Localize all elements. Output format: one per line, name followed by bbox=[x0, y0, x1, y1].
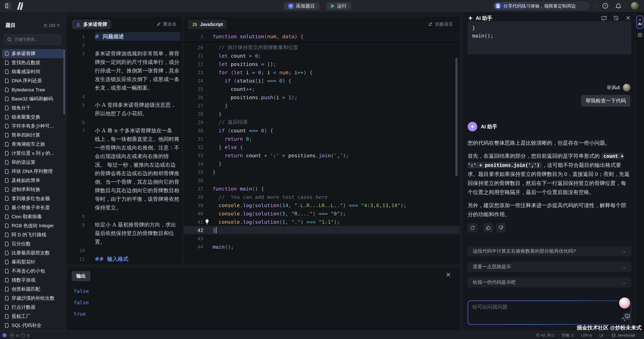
mascot-avatar[interactable] bbox=[619, 297, 630, 309]
problem-list-item[interactable]: DNA 序列还原 bbox=[2, 76, 64, 85]
close-icon[interactable]: ✕ bbox=[625, 15, 631, 21]
problem-list-item[interactable]: 简单四则计算 bbox=[2, 131, 64, 140]
errors-icon[interactable]: ✕ bbox=[10, 333, 14, 337]
problem-list-item[interactable]: 百分位数 bbox=[2, 239, 64, 248]
editor-scrollbar[interactable] bbox=[455, 58, 458, 176]
problem-list-item[interactable]: 创意标题匹配 bbox=[2, 285, 64, 294]
code-lines[interactable]: 20 // 统计保持竖立的骨牌数量和位置21 let count = 0;22 … bbox=[184, 42, 460, 251]
problem-list-item[interactable]: 青海湖租车之旅 bbox=[2, 140, 64, 149]
thumbs-up-button[interactable] bbox=[484, 223, 493, 233]
rename-button[interactable]: 重命名 bbox=[156, 21, 177, 27]
history-icon[interactable] bbox=[613, 15, 619, 21]
lightbulb-icon[interactable] bbox=[205, 219, 209, 224]
code-line[interactable]: 44main(); bbox=[184, 243, 460, 251]
problem-list-item[interactable]: 拿到最多红包金额 bbox=[2, 194, 64, 203]
problem-list-item[interactable]: 多米诺骨牌 bbox=[2, 49, 64, 58]
code-line[interactable]: 43 bbox=[184, 234, 460, 243]
problem-list-item[interactable]: 及格如此简单 bbox=[2, 176, 64, 185]
problem-list-item[interactable]: 猜数字游戏 bbox=[2, 276, 64, 285]
problem-list-item[interactable]: 打点计数器 bbox=[2, 303, 64, 312]
problem-list-item[interactable]: 蛋糕工厂 bbox=[2, 312, 64, 321]
problem-list-item[interactable]: 查找热点数据 bbox=[2, 58, 64, 67]
code-line[interactable]: 33 return count + ':' + positions.join('… bbox=[184, 151, 460, 160]
problem-list-item[interactable]: 和的逆运算 bbox=[2, 158, 64, 167]
switch-language-button[interactable]: 切换语言 bbox=[428, 21, 453, 27]
suggestion-pill[interactable]: 这段代码中计算左右被推数量的部分能再优化吗?→ bbox=[468, 246, 631, 256]
encoding[interactable]: UTF-8 bbox=[581, 333, 592, 337]
problem-list-item[interactable]: 环状 DNA 序列整理 bbox=[2, 167, 64, 176]
chat-input[interactable] bbox=[472, 304, 613, 321]
problem-list-item[interactable]: 链表聚集交换 bbox=[2, 112, 64, 122]
code-line[interactable]: 32 } else { bbox=[184, 143, 460, 151]
code-line[interactable]: 37function main() { bbox=[184, 184, 460, 193]
notifications-bell-icon[interactable] bbox=[615, 3, 621, 9]
code-line[interactable]: 38 // You can add more test cases here bbox=[184, 193, 460, 201]
code-line[interactable]: 36 bbox=[184, 176, 460, 184]
problem-list-item[interactable]: 病毒感染时间 bbox=[2, 67, 64, 76]
code-line[interactable]: 24 if (status[i] === 0) { bbox=[184, 77, 460, 85]
problem-list-item[interactable]: RGB 色值转 Integer bbox=[2, 221, 64, 230]
problem-list-item[interactable]: Base32 编码和解码 bbox=[2, 94, 64, 103]
status-indicator-icon[interactable] bbox=[3, 333, 7, 337]
code-line[interactable]: 22 let positions = []; bbox=[184, 60, 460, 68]
search-input[interactable] bbox=[14, 37, 57, 42]
language-tab[interactable]: JS JavaScript bbox=[188, 20, 227, 29]
problem-list-item[interactable]: 暴雨梨花针 bbox=[2, 257, 64, 267]
help-icon[interactable]: ? bbox=[602, 3, 608, 9]
close-output-icon[interactable]: ✕ bbox=[446, 272, 451, 278]
code-editor[interactable]: 1function solution(num, data) { 20 // 统计… bbox=[184, 31, 460, 264]
chat-input-box[interactable] bbox=[468, 300, 631, 325]
code-line[interactable]: 21 let count = 0; bbox=[184, 52, 460, 60]
code-line[interactable]: 41 console.log(solution(1, ".") === "1:1… bbox=[184, 218, 460, 226]
problem-list-item[interactable]: 猫鱼分干 bbox=[2, 103, 64, 112]
code-line[interactable]: 25 count++; bbox=[184, 85, 460, 93]
cursor-position[interactable]: 行 42, 列 1 bbox=[536, 333, 554, 338]
code-line[interactable]: 34 } bbox=[184, 160, 460, 168]
user-avatar[interactable] bbox=[631, 2, 638, 10]
search-box[interactable] bbox=[4, 34, 61, 45]
code-line[interactable]: 29 // 返回结果 bbox=[184, 118, 460, 126]
add-problem-button[interactable]: + 添加题目 bbox=[284, 2, 319, 10]
new-conversation-icon[interactable] bbox=[601, 15, 607, 21]
problem-list-item[interactable]: Bytedance Tree bbox=[2, 85, 64, 94]
description-tab[interactable]: 多米诺骨牌 bbox=[72, 20, 111, 29]
sidebar-toggle-icon[interactable] bbox=[4, 2, 12, 10]
problem-list-item[interactable]: 最小替换子串长度 bbox=[2, 203, 64, 212]
problem-list-item[interactable]: 计算位置 x 到 y 的... bbox=[2, 149, 64, 158]
code-line[interactable]: 40 console.log(solution(5, "R....") === … bbox=[184, 209, 460, 218]
code-line[interactable]: 20 // 统计保持竖立的骨牌数量和位置 bbox=[184, 43, 460, 52]
code-line[interactable]: 39 console.log(solution(14, ".L.R...LR..… bbox=[184, 201, 460, 209]
code-line[interactable]: 31 return 0; bbox=[184, 135, 460, 143]
problem-list-item[interactable]: 进制求和转换 bbox=[2, 185, 64, 194]
markdown-source[interactable]: 1#问题描述23多米诺骨牌游戏规则非常简单，将骨牌按一定间距的尺寸排成单行，或分… bbox=[67, 32, 182, 263]
monitor-icon[interactable] bbox=[624, 313, 631, 320]
code-line[interactable]: 42} bbox=[184, 226, 460, 234]
eol-setting[interactable]: LF bbox=[599, 333, 604, 337]
problem-list-item[interactable]: 阿 D 的飞行路线 bbox=[2, 230, 64, 239]
code-line[interactable]: 30 if (count === 0) { bbox=[184, 126, 460, 135]
code-line[interactable]: 26 positions.push(i + 1); bbox=[184, 93, 460, 101]
problem-list-item[interactable]: SQL 代码补全 bbox=[2, 321, 64, 330]
indent-setting[interactable]: 空格: 2 bbox=[562, 333, 574, 338]
thumbs-down-button[interactable] bbox=[496, 223, 506, 233]
code-line[interactable]: 27 } bbox=[184, 101, 460, 110]
warnings-icon[interactable]: ! bbox=[21, 333, 25, 337]
code-line[interactable]: 35} bbox=[184, 168, 460, 176]
run-button[interactable]: 运行 bbox=[327, 2, 351, 10]
language-mode[interactable]: {}JavaScript bbox=[611, 333, 635, 337]
problem-list-item[interactable]: 穿越沙漠的补给次数 bbox=[2, 294, 64, 303]
suggestion-pill[interactable]: 给我一些代码提示吧→ bbox=[468, 277, 631, 287]
app-logo-icon[interactable] bbox=[15, 2, 24, 10]
problem-list-item[interactable]: 不再贪心的小包 bbox=[2, 267, 64, 276]
output-tab[interactable]: 输出 bbox=[72, 271, 90, 281]
code-line[interactable]: 23 for (let i = 0; i < num; i++) { bbox=[184, 68, 460, 77]
regenerate-button[interactable] bbox=[468, 223, 477, 233]
problem-list-item[interactable]: Cion 勒索病毒 bbox=[2, 212, 64, 221]
suggestion-pill[interactable]: 需要一点思路提示→ bbox=[468, 262, 631, 272]
ai-toolbar-button[interactable]: AI bbox=[636, 16, 643, 29]
sticky-code-line[interactable]: 1function solution(num, data) { bbox=[184, 31, 460, 42]
sidebar-scrollbar[interactable] bbox=[63, 50, 65, 115]
problem-list-item[interactable]: 字符串有多少种可... bbox=[2, 122, 64, 131]
extension-icon[interactable] bbox=[637, 32, 643, 38]
problem-list-item[interactable]: 比赛最高获胜次数 bbox=[2, 248, 64, 257]
